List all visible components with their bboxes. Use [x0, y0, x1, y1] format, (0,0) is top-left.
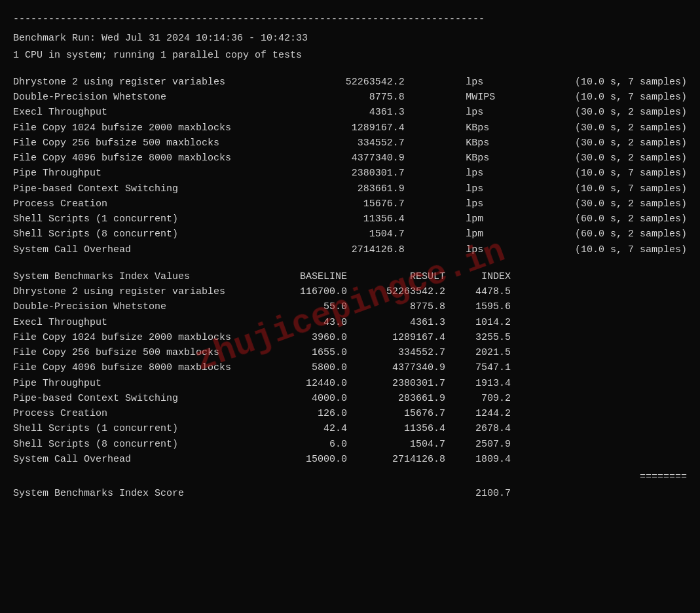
index-row-baseline: 12440.0: [262, 376, 347, 391]
benchmark-row: File Copy 256 bufsize 500 maxblocks33455…: [13, 136, 687, 151]
bench-unit: lps: [466, 181, 511, 196]
benchmark-row: Shell Scripts (8 concurrent)1504.7lpm(60…: [13, 227, 687, 242]
bench-value: 52263542.2: [320, 75, 405, 90]
benchmark-row: Dhrystone 2 using register variables5226…: [13, 75, 687, 90]
bench-value: 1504.7: [320, 227, 405, 242]
index-row-result: 15676.7: [347, 406, 445, 421]
index-row-result: 4377340.9: [347, 360, 445, 375]
bench-samples: (30.0 s, 2 samples): [569, 136, 687, 151]
index-table-header: System Benchmarks Index ValuesBASELINERE…: [13, 269, 687, 284]
index-row-name: Execl Throughput: [13, 315, 262, 330]
benchmark-row: Execl Throughput4361.3lps(30.0 s, 2 samp…: [13, 105, 687, 120]
bench-unit: lpm: [466, 227, 511, 242]
index-row-baseline: 1655.0: [262, 345, 347, 360]
bench-samples: (10.0 s, 7 samples): [569, 90, 687, 105]
bench-samples: (60.0 s, 2 samples): [569, 212, 687, 227]
bench-unit: lps: [466, 166, 511, 181]
index-header-index: INDEX: [445, 269, 511, 284]
index-row-name: Double-Precision Whetstone: [13, 299, 262, 314]
index-data-row: Process Creation126.015676.71244.2: [13, 406, 687, 421]
bench-name: File Copy 256 bufsize 500 maxblocks: [13, 136, 262, 151]
separator: ----------------------------------------…: [13, 12, 687, 27]
header-line1: Benchmark Run: Wed Jul 31 2024 10:14:36 …: [13, 31, 687, 46]
index-data-row: Double-Precision Whetstone55.08775.81595…: [13, 299, 687, 314]
index-data-row: File Copy 4096 bufsize 8000 maxblocks580…: [13, 360, 687, 375]
index-row-name: Pipe-based Context Switching: [13, 391, 262, 406]
score-row: System Benchmarks Index Score2100.7: [13, 486, 687, 501]
index-row-baseline: 15000.0: [262, 452, 347, 467]
bench-name: File Copy 1024 bufsize 2000 maxblocks: [13, 121, 262, 136]
index-row-baseline: 43.0: [262, 315, 347, 330]
index-row-result: 8775.8: [347, 299, 445, 314]
index-data-row: Pipe Throughput12440.02380301.71913.4: [13, 376, 687, 391]
bench-value: 15676.7: [320, 196, 405, 212]
index-row-baseline: 42.4: [262, 421, 347, 436]
index-data-row: Pipe-based Context Switching4000.0283661…: [13, 391, 687, 406]
index-row-name: Shell Scripts (8 concurrent): [13, 437, 262, 452]
bench-samples: (30.0 s, 2 samples): [569, 105, 687, 120]
benchmark-row: Double-Precision Whetstone8775.8MWIPS(10…: [13, 90, 687, 105]
score-value: 2100.7: [445, 486, 511, 501]
benchmark-row: File Copy 4096 bufsize 8000 maxblocks437…: [13, 151, 687, 166]
benchmark-row: Shell Scripts (1 concurrent)11356.4lpm(6…: [13, 212, 687, 227]
index-row-index: 709.2: [445, 391, 511, 406]
index-row-result: 1504.7: [347, 437, 445, 452]
index-row-name: File Copy 1024 bufsize 2000 maxblocks: [13, 330, 262, 345]
index-row-baseline: 5800.0: [262, 360, 347, 375]
index-row-name: File Copy 256 bufsize 500 maxblocks: [13, 345, 262, 360]
index-data-row: Shell Scripts (8 concurrent)6.01504.7250…: [13, 437, 687, 452]
bench-unit: lps: [466, 105, 511, 120]
header-line2: 1 CPU in system; running 1 parallel copy…: [13, 48, 687, 63]
bench-value: 283661.9: [320, 181, 405, 196]
index-data-row: Dhrystone 2 using register variables1167…: [13, 284, 687, 299]
index-row-name: Process Creation: [13, 406, 262, 421]
bench-samples: (10.0 s, 7 samples): [569, 75, 687, 90]
bench-name: File Copy 4096 bufsize 8000 maxblocks: [13, 151, 262, 166]
index-row-index: 1244.2: [445, 406, 511, 421]
bench-samples: (10.0 s, 7 samples): [569, 242, 687, 257]
bench-value: 334552.7: [320, 136, 405, 151]
bench-unit: lps: [466, 242, 511, 257]
index-row-name: Dhrystone 2 using register variables: [13, 284, 262, 299]
bench-unit: lps: [466, 196, 511, 212]
index-row-index: 4478.5: [445, 284, 511, 299]
score-label: System Benchmarks Index Score: [13, 486, 262, 501]
index-row-result: 334552.7: [347, 345, 445, 360]
bench-samples: (60.0 s, 2 samples): [569, 227, 687, 242]
index-row-baseline: 4000.0: [262, 391, 347, 406]
index-row-index: 1595.6: [445, 299, 511, 314]
bench-samples: (10.0 s, 7 samples): [569, 166, 687, 181]
index-header-result: RESULT: [347, 269, 445, 284]
bench-unit: lpm: [466, 212, 511, 227]
index-row-index: 7547.1: [445, 360, 511, 375]
index-row-name: File Copy 4096 bufsize 8000 maxblocks: [13, 360, 262, 375]
bench-unit: MWIPS: [466, 90, 511, 105]
bench-samples: (30.0 s, 2 samples): [569, 121, 687, 136]
index-row-result: 2714126.8: [347, 452, 445, 467]
index-data-row: File Copy 256 bufsize 500 maxblocks1655.…: [13, 345, 687, 360]
bench-value: 11356.4: [320, 212, 405, 227]
benchmark-row: Process Creation15676.7lps(30.0 s, 2 sam…: [13, 196, 687, 212]
benchmark-row: Pipe-based Context Switching283661.9lps(…: [13, 181, 687, 196]
index-row-index: 3255.5: [445, 330, 511, 345]
index-data-row: Execl Throughput43.04361.31014.2: [13, 315, 687, 330]
bench-name: Double-Precision Whetstone: [13, 90, 262, 105]
benchmark-row: System Call Overhead2714126.8lps(10.0 s,…: [13, 242, 687, 257]
bench-name: Shell Scripts (8 concurrent): [13, 227, 262, 242]
index-row-index: 2021.5: [445, 345, 511, 360]
index-row-name: System Call Overhead: [13, 452, 262, 467]
index-row-result: 2380301.7: [347, 376, 445, 391]
index-row-baseline: 55.0: [262, 299, 347, 314]
bench-name: Execl Throughput: [13, 105, 262, 120]
bench-samples: (30.0 s, 2 samples): [569, 196, 687, 212]
index-row-baseline: 126.0: [262, 406, 347, 421]
bench-value: 4361.3: [320, 105, 405, 120]
index-data-row: File Copy 1024 bufsize 2000 maxblocks396…: [13, 330, 687, 345]
index-row-baseline: 6.0: [262, 437, 347, 452]
benchmarks-section: Dhrystone 2 using register variables5226…: [13, 75, 687, 257]
index-row-name: Pipe Throughput: [13, 376, 262, 391]
index-row-result: 52263542.2: [347, 284, 445, 299]
benchmark-row: File Copy 1024 bufsize 2000 maxblocks128…: [13, 121, 687, 136]
equals-separator: ========: [13, 470, 687, 485]
bench-name: Pipe Throughput: [13, 166, 262, 181]
